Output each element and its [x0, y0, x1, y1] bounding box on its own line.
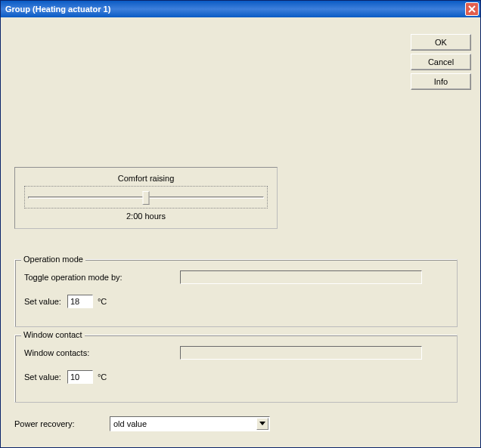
slider-thumb[interactable] [143, 191, 150, 205]
toggle-mode-label: Toggle operation mode by: [24, 273, 175, 282]
op-setvalue-label: Set value: [24, 297, 61, 306]
comfort-raising-slider[interactable] [24, 186, 268, 209]
window-contact-legend: Window contact [21, 330, 85, 339]
win-setvalue-unit: °C [98, 372, 107, 382]
dialog-content: OK Cancel Info Comfort raising 2:00 hour… [1, 17, 480, 447]
operation-mode-group: Operation mode Toggle operation mode by:… [14, 259, 458, 327]
toggle-mode-field[interactable] [180, 270, 422, 284]
close-icon [468, 5, 476, 13]
window-contacts-label: Window contacts: [24, 348, 175, 357]
ok-button[interactable]: OK [411, 34, 471, 51]
cancel-button[interactable]: Cancel [411, 54, 471, 70]
close-button[interactable] [465, 2, 479, 16]
comfort-raising-value: 2:00 hours [24, 212, 268, 221]
titlebar: Group (Heating actuator 1) [1, 1, 480, 17]
power-recovery-value: old value [113, 419, 147, 428]
window-contact-group: Window contact Window contacts: Set valu… [14, 335, 458, 403]
comfort-raising-group: Comfort raising 2:00 hours [14, 167, 278, 229]
dialog-window: Group (Heating actuator 1) OK Cancel Inf… [0, 0, 481, 448]
dialog-title: Group (Heating actuator 1) [5, 5, 465, 14]
operation-mode-legend: Operation mode [21, 255, 85, 264]
info-button[interactable]: Info [411, 73, 471, 90]
op-setvalue-input[interactable] [67, 295, 93, 308]
dialog-buttons: OK Cancel Info [411, 34, 471, 90]
power-recovery-row: Power recovery: old value [14, 416, 270, 431]
chevron-down-icon [256, 418, 268, 430]
power-recovery-label: Power recovery: [14, 419, 102, 428]
win-setvalue-label: Set value: [24, 372, 61, 382]
power-recovery-select[interactable]: old value [110, 416, 270, 431]
slider-track [28, 191, 264, 203]
op-setvalue-unit: °C [98, 297, 107, 306]
window-contacts-field[interactable] [180, 346, 422, 360]
win-setvalue-input[interactable] [67, 370, 93, 384]
comfort-raising-label: Comfort raising [24, 174, 268, 183]
